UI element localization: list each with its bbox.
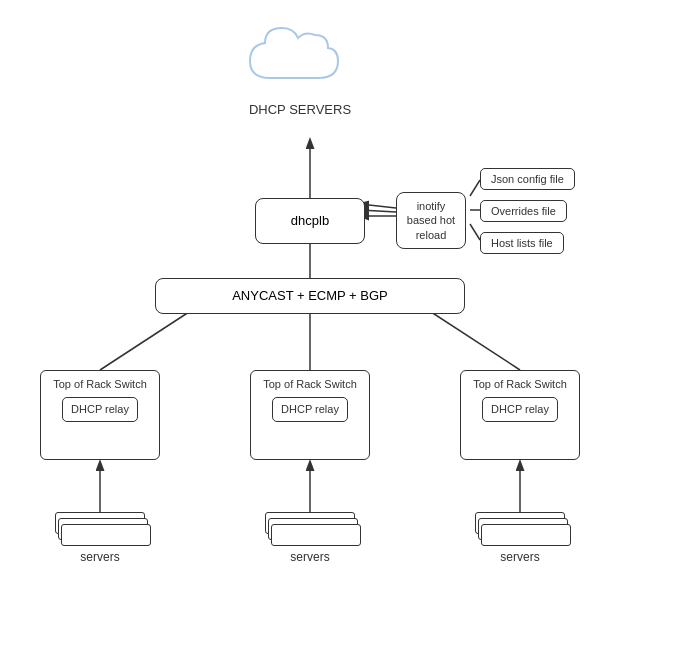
tor-switch-1: Top of Rack Switch DHCP relay bbox=[40, 370, 160, 460]
json-config-label: Json config file bbox=[491, 173, 564, 185]
svg-line-11 bbox=[470, 180, 480, 196]
cloud-label: DHCP SERVERS bbox=[249, 102, 351, 117]
tor-switch-2: Top of Rack Switch DHCP relay bbox=[250, 370, 370, 460]
tor-switch-3: Top of Rack Switch DHCP relay bbox=[460, 370, 580, 460]
relay-box-1: DHCP relay bbox=[62, 397, 138, 421]
svg-line-13 bbox=[470, 224, 480, 240]
dhcplb-label: dhcplb bbox=[291, 213, 329, 230]
inotify-box: inotify based hot reload bbox=[396, 192, 466, 249]
server-box-3c bbox=[481, 524, 571, 546]
host-lists-label: Host lists file bbox=[491, 237, 553, 249]
inotify-label: inotify based hot reload bbox=[407, 200, 455, 241]
diagram: DHCP SERVERS dhcplb ANYCAST + ECMP + BGP… bbox=[0, 0, 688, 668]
relay-label-2: DHCP relay bbox=[281, 403, 339, 415]
anycast-box: ANYCAST + ECMP + BGP bbox=[155, 278, 465, 314]
server-box-1c bbox=[61, 524, 151, 546]
server-label-3: servers bbox=[475, 550, 565, 564]
dhcp-servers-cloud: DHCP SERVERS bbox=[240, 18, 360, 117]
host-lists-file-box: Host lists file bbox=[480, 232, 564, 254]
server-label-2: servers bbox=[265, 550, 355, 564]
anycast-label: ANYCAST + ECMP + BGP bbox=[232, 288, 388, 305]
server-label-1: servers bbox=[55, 550, 145, 564]
server-box-2c bbox=[271, 524, 361, 546]
relay-label-3: DHCP relay bbox=[491, 403, 549, 415]
overrides-file-box: Overrides file bbox=[480, 200, 567, 222]
json-config-file-box: Json config file bbox=[480, 168, 575, 190]
relay-label-1: DHCP relay bbox=[71, 403, 129, 415]
tor-label-1: Top of Rack Switch bbox=[53, 377, 147, 391]
svg-line-9 bbox=[360, 210, 396, 212]
relay-box-3: DHCP relay bbox=[482, 397, 558, 421]
svg-line-8 bbox=[360, 204, 396, 208]
tor-label-2: Top of Rack Switch bbox=[263, 377, 357, 391]
relay-box-2: DHCP relay bbox=[272, 397, 348, 421]
cloud-icon bbox=[240, 18, 360, 98]
overrides-label: Overrides file bbox=[491, 205, 556, 217]
tor-label-3: Top of Rack Switch bbox=[473, 377, 567, 391]
dhcplb-box: dhcplb bbox=[255, 198, 365, 244]
